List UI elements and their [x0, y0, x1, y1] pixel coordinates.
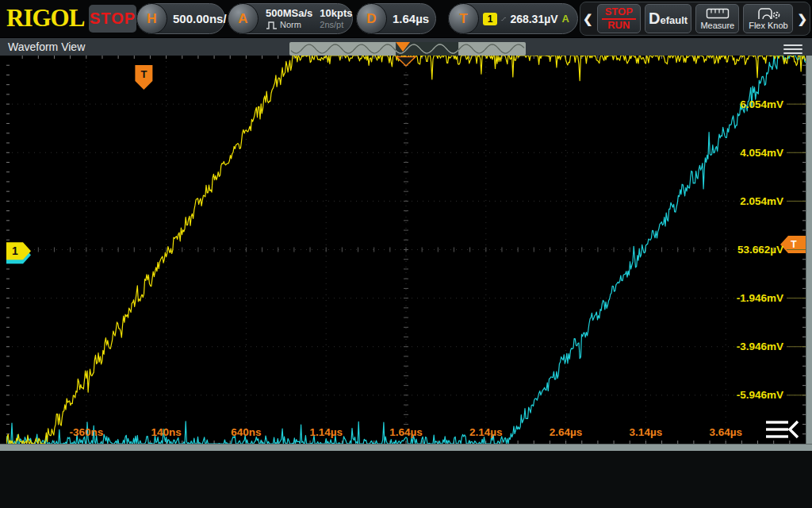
top-toolbar: RIGOL STOP H 500.00ns/ A 500MSa/s Norm 1… [0, 0, 812, 37]
run-label: RUN [607, 20, 630, 31]
knob-gear-icon [756, 7, 781, 20]
ruler-icon [706, 8, 730, 20]
horizontal-scale-value: 500.00ns/ [173, 12, 227, 25]
delay-value: 1.64µs [393, 12, 429, 25]
y-axis-label: 2.054mV [740, 195, 783, 207]
delay-knob[interactable]: D [356, 3, 387, 34]
trigger-level-value: 268.31µV [510, 13, 557, 25]
y-axis-label: 6.054mV [740, 98, 783, 110]
y-axis-label: 4.054mV [740, 147, 783, 159]
trigger-source-badge: 1 [483, 13, 497, 25]
horizontal-scale-group[interactable]: H 500.00ns/ [136, 3, 225, 34]
graticule-menu-icon[interactable] [766, 421, 798, 437]
trigger-sweep-mode: A [562, 13, 569, 25]
waveform-graticule[interactable]: T1T6.054mV4.054mV2.054mV53.662µV-1.946mV… [6, 56, 806, 444]
measure-button[interactable]: Measure [695, 4, 739, 33]
horizontal-reference-marker[interactable] [396, 57, 416, 67]
ch1-position-label: 1 [12, 244, 18, 257]
run-status-indicator[interactable]: STOP [89, 5, 136, 33]
rising-edge-icon [501, 12, 506, 26]
flex-knob-button[interactable]: Flex Knob [743, 4, 793, 33]
delay-group[interactable]: D 1.64µs [356, 3, 436, 34]
horizontal-knob[interactable]: H [136, 3, 167, 34]
trigger-level-label: T [791, 239, 797, 250]
x-axis-label: 2.64µs [550, 426, 583, 438]
y-axis-label: -5.946mV [737, 389, 783, 401]
y-axis-label: 53.662µV [737, 244, 783, 256]
nav-left-chevron[interactable]: ❮ [583, 12, 593, 26]
stop-label: STOP [602, 6, 636, 20]
nav-right-chevron[interactable]: ❯ [797, 12, 807, 26]
waveform-view-title: Waveform View [8, 40, 85, 53]
x-axis-label: -360ns [69, 426, 103, 438]
header-menu-icon[interactable] [783, 44, 802, 54]
rigol-logo: RIGOL [6, 4, 84, 33]
y-axis-label: -1.946mV [737, 292, 783, 304]
trigger-group[interactable]: T 1 268.31µV A [448, 3, 578, 34]
channel-status-bar: R CH1 2.00mV/ Ω -53.66µV CH2 2.00mV/ -15… [0, 451, 812, 508]
x-axis-label: 3.64µs [709, 426, 742, 438]
vertical-scrollbar[interactable] [806, 56, 812, 444]
x-axis-label: 1.14µs [309, 426, 343, 438]
default-button[interactable]: Default [645, 4, 691, 33]
sample-rate: 500MSa/s [266, 7, 312, 20]
x-axis-label: 3.14µs [630, 426, 663, 438]
x-axis-label: 2.14µs [469, 426, 503, 438]
x-axis-label: 140ns [151, 426, 181, 438]
quick-buttons-cluster: ❮ STOP RUN Default Measure Flex Knob ❯ [580, 2, 810, 36]
acquire-knob[interactable]: A [228, 3, 259, 34]
acquisition-mode: Norm [280, 20, 301, 30]
x-axis-label: 1.64µs [389, 426, 423, 438]
timebase-overview-strip[interactable] [289, 42, 526, 56]
acquire-group[interactable]: A 500MSa/s Norm 10kpts 2ns/pt [228, 3, 353, 34]
pulse-icon [266, 21, 278, 29]
stop-run-button[interactable]: STOP RUN [597, 4, 641, 33]
horizontal-scrollbar[interactable] [0, 444, 812, 451]
time-resolution: 2ns/pt [320, 20, 352, 30]
y-axis-label: -3.946mV [737, 341, 783, 352]
x-axis-label: 640ns [231, 426, 261, 438]
trigger-position-label: T [140, 68, 147, 80]
memory-depth: 10kpts [320, 7, 352, 20]
trigger-knob[interactable]: T [448, 3, 479, 34]
